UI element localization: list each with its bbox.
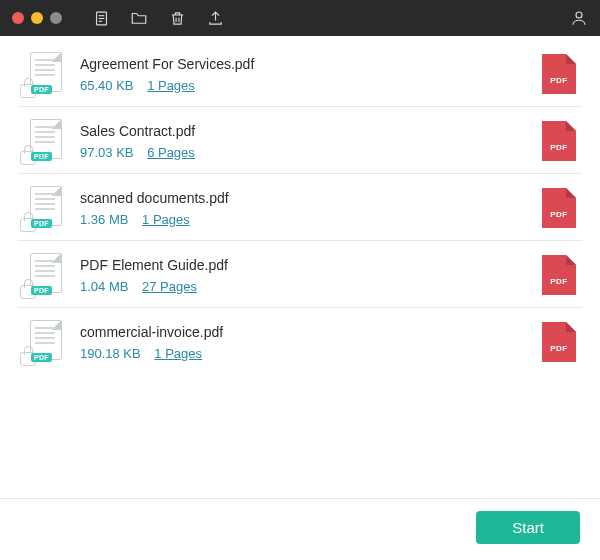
file-row[interactable]: PDF Agreement For Services.pdf 65.40 KB …: [18, 40, 582, 107]
file-pages-link[interactable]: 1 Pages: [154, 346, 202, 361]
file-list: PDF Agreement For Services.pdf 65.40 KB …: [0, 36, 600, 498]
start-button[interactable]: Start: [476, 511, 580, 544]
folder-icon[interactable]: [130, 9, 148, 27]
file-row[interactable]: PDF scanned documents.pdf 1.36 MB 1 Page…: [18, 174, 582, 241]
file-row[interactable]: PDF Sales Contract.pdf 97.03 KB 6 Pages …: [18, 107, 582, 174]
pdf-thumbnail-icon: PDF: [22, 253, 62, 297]
pdf-thumbnail-icon: PDF: [22, 119, 62, 163]
pdf-thumbnail-icon: PDF: [22, 320, 62, 364]
pdf-thumbnail-icon: PDF: [22, 186, 62, 230]
output-format-icon[interactable]: PDF: [542, 121, 576, 161]
trash-icon[interactable]: [168, 9, 186, 27]
file-meta: scanned documents.pdf 1.36 MB 1 Pages: [80, 190, 542, 227]
output-format-icon[interactable]: PDF: [542, 255, 576, 295]
document-icon[interactable]: [92, 9, 110, 27]
file-meta: Sales Contract.pdf 97.03 KB 6 Pages: [80, 123, 542, 160]
file-meta: PDF Element Guide.pdf 1.04 MB 27 Pages: [80, 257, 542, 294]
file-name: Agreement For Services.pdf: [80, 56, 542, 72]
pdf-thumbnail-icon: PDF: [22, 52, 62, 96]
output-format-icon[interactable]: PDF: [542, 322, 576, 362]
minimize-window-button[interactable]: [31, 12, 43, 24]
close-window-button[interactable]: [12, 12, 24, 24]
file-meta: commercial-invoice.pdf 190.18 KB 1 Pages: [80, 324, 542, 361]
window-controls: [12, 12, 62, 24]
user-icon[interactable]: [570, 9, 588, 27]
file-row[interactable]: PDF commercial-invoice.pdf 190.18 KB 1 P…: [18, 308, 582, 374]
file-pages-link[interactable]: 1 Pages: [147, 78, 195, 93]
file-name: Sales Contract.pdf: [80, 123, 542, 139]
file-size: 1.04 MB: [80, 279, 128, 294]
file-name: commercial-invoice.pdf: [80, 324, 542, 340]
file-pages-link[interactable]: 1 Pages: [142, 212, 190, 227]
file-row[interactable]: PDF PDF Element Guide.pdf 1.04 MB 27 Pag…: [18, 241, 582, 308]
titlebar: [0, 0, 600, 36]
file-pages-link[interactable]: 6 Pages: [147, 145, 195, 160]
maximize-window-button[interactable]: [50, 12, 62, 24]
file-name: scanned documents.pdf: [80, 190, 542, 206]
toolbar-icons: [92, 9, 224, 27]
file-pages-link[interactable]: 27 Pages: [142, 279, 197, 294]
file-meta: Agreement For Services.pdf 65.40 KB 1 Pa…: [80, 56, 542, 93]
file-size: 190.18 KB: [80, 346, 141, 361]
output-format-icon[interactable]: PDF: [542, 188, 576, 228]
svg-point-6: [576, 12, 582, 18]
file-size: 65.40 KB: [80, 78, 134, 93]
file-name: PDF Element Guide.pdf: [80, 257, 542, 273]
file-size: 1.36 MB: [80, 212, 128, 227]
upload-icon[interactable]: [206, 9, 224, 27]
footer: Start: [0, 498, 600, 556]
output-format-icon[interactable]: PDF: [542, 54, 576, 94]
file-size: 97.03 KB: [80, 145, 134, 160]
